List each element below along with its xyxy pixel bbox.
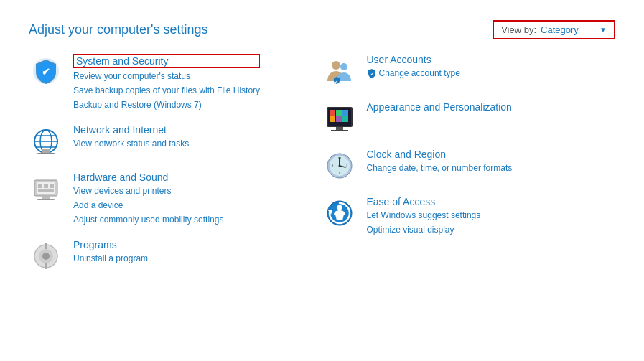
category-ease-of-access[interactable]: Ease of Access Let Windows suggest setti… xyxy=(322,196,616,236)
svg-rect-8 xyxy=(37,153,55,154)
hardware-sound-title[interactable]: Hardware and Sound xyxy=(73,172,223,183)
view-by-container[interactable]: View by: Category Large icons Small icon… xyxy=(493,20,615,39)
svg-rect-34 xyxy=(336,127,343,130)
hardware-sound-icon xyxy=(29,172,63,206)
category-network-internet[interactable]: Network and Internet View network status… xyxy=(29,124,322,159)
ease-of-access-icon xyxy=(322,196,357,230)
svg-rect-20 xyxy=(45,243,47,249)
chevron-down-icon: ▼ xyxy=(599,26,607,34)
ease-of-access-link-2[interactable]: Optimize visual display xyxy=(367,223,481,236)
user-accounts-link-1[interactable]: Change account type xyxy=(379,67,460,80)
svg-rect-14 xyxy=(38,189,54,192)
view-by-label: View by: xyxy=(501,24,536,35)
svg-rect-31 xyxy=(330,116,335,122)
svg-text:✔: ✔ xyxy=(42,66,50,78)
clock-region-text: Clock and Region Change date, time, or n… xyxy=(367,149,513,174)
ease-of-access-title[interactable]: Ease of Access xyxy=(367,196,481,207)
system-security-link-1[interactable]: Review your computer's status xyxy=(73,70,260,83)
svg-rect-33 xyxy=(342,116,348,122)
svg-rect-15 xyxy=(42,196,50,199)
network-internet-text: Network and Internet View network status… xyxy=(73,124,189,150)
hardware-sound-link-1[interactable]: View devices and printers xyxy=(73,184,223,197)
svg-rect-30 xyxy=(342,110,348,116)
programs-icon xyxy=(29,239,63,273)
user-accounts-text: User Accounts ✔ Change account type xyxy=(367,54,460,80)
hardware-sound-text: Hardware and Sound View devices and prin… xyxy=(73,172,223,226)
appearance-icon xyxy=(322,101,357,136)
ease-of-access-text: Ease of Access Let Windows suggest setti… xyxy=(367,196,481,236)
system-security-icon: ✔ xyxy=(29,54,63,88)
shield-badge-icon: ✔ xyxy=(367,68,377,78)
svg-rect-11 xyxy=(38,184,42,188)
category-hardware-sound[interactable]: Hardware and Sound View devices and prin… xyxy=(29,172,322,226)
clock-region-icon: 12 3 6 9 xyxy=(322,149,357,183)
svg-point-19 xyxy=(42,253,50,260)
category-user-accounts[interactable]: ✔ User Accounts ✔ Change account type xyxy=(322,54,616,88)
svg-rect-13 xyxy=(50,184,54,188)
page-title: Adjust your computer's settings xyxy=(29,22,208,37)
clock-region-link-1[interactable]: Change date, time, or number formats xyxy=(367,161,513,174)
hardware-sound-link-2[interactable]: Add a device xyxy=(73,199,223,212)
system-security-link-2[interactable]: Save backup copies of your files with Fi… xyxy=(73,84,260,97)
hardware-sound-link-3[interactable]: Adjust commonly used mobility settings xyxy=(73,213,223,226)
appearance-title[interactable]: Appearance and Personalization xyxy=(367,101,512,113)
clock-region-title[interactable]: Clock and Region xyxy=(367,149,513,160)
network-internet-icon xyxy=(29,124,63,159)
svg-rect-32 xyxy=(336,116,342,122)
svg-rect-29 xyxy=(336,110,342,116)
svg-text:✔: ✔ xyxy=(334,80,337,84)
svg-point-47 xyxy=(337,205,342,210)
svg-rect-7 xyxy=(42,149,50,153)
network-internet-link-1[interactable]: View network status and tasks xyxy=(73,137,189,150)
svg-rect-16 xyxy=(37,199,55,200)
category-clock-region[interactable]: 12 3 6 9 Clock and Region Change date, t… xyxy=(322,149,616,183)
system-security-link-3[interactable]: Backup and Restore (Windows 7) xyxy=(73,98,260,111)
system-security-title[interactable]: System and Security xyxy=(73,54,260,68)
svg-rect-28 xyxy=(330,110,335,116)
ease-of-access-link-1[interactable]: Let Windows suggest settings xyxy=(367,209,481,222)
appearance-text: Appearance and Personalization xyxy=(367,101,512,113)
svg-rect-21 xyxy=(45,263,47,269)
right-column: ✔ User Accounts ✔ Change account type xyxy=(322,54,616,273)
user-accounts-icon: ✔ xyxy=(322,54,357,88)
programs-link-1[interactable]: Uninstall a program xyxy=(73,252,148,265)
page-header: Adjust your computer's settings View by:… xyxy=(0,0,644,54)
svg-rect-12 xyxy=(44,184,48,188)
left-column: ✔ System and Security Review your comput… xyxy=(29,54,322,273)
view-by-wrapper[interactable]: Category Large icons Small icons ▼ xyxy=(541,24,607,35)
svg-text:✔: ✔ xyxy=(370,72,373,76)
programs-text: Programs Uninstall a program xyxy=(73,239,148,265)
category-appearance[interactable]: Appearance and Personalization xyxy=(322,101,616,136)
svg-point-22 xyxy=(332,61,340,70)
svg-text:12: 12 xyxy=(337,156,341,160)
user-accounts-title[interactable]: User Accounts xyxy=(367,54,460,65)
category-system-security[interactable]: ✔ System and Security Review your comput… xyxy=(29,54,322,111)
system-security-text: System and Security Review your computer… xyxy=(73,54,260,111)
category-programs[interactable]: Programs Uninstall a program xyxy=(29,239,322,273)
programs-title[interactable]: Programs xyxy=(73,239,148,250)
svg-point-23 xyxy=(340,63,347,70)
view-by-select[interactable]: Category Large icons Small icons xyxy=(541,24,599,35)
network-internet-title[interactable]: Network and Internet xyxy=(73,124,189,136)
svg-rect-35 xyxy=(331,130,348,131)
main-content: ✔ System and Security Review your comput… xyxy=(0,54,644,273)
